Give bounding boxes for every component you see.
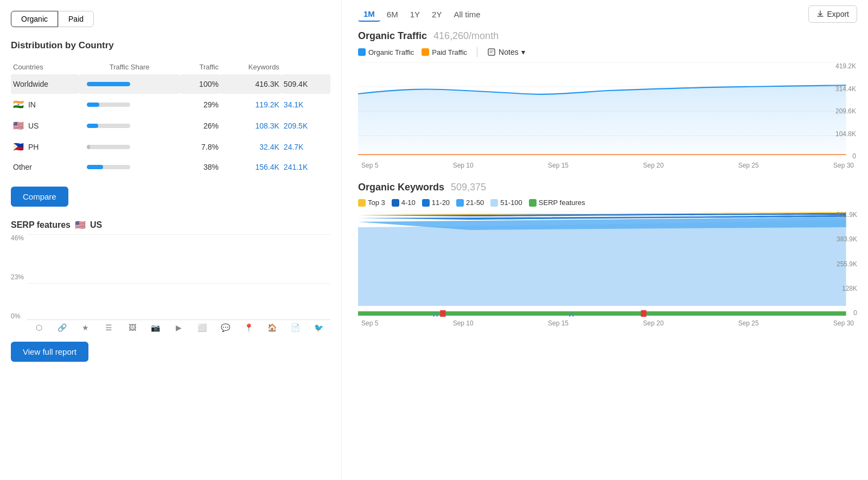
share-cell-2: 26% [180, 115, 221, 136]
serp-flag: 🇺🇸 [75, 220, 86, 230]
keywords-legend-row: Top 34-1011-2021-5051-100SERP features [358, 199, 857, 207]
keywords-cell-1: 34.1K [282, 94, 330, 115]
traffic-cell-1: 119.2K [221, 94, 282, 115]
kw-legend-label-3: 21-50 [466, 199, 484, 207]
bar-fill-4 [87, 165, 103, 169]
serp-icon-3: ☰ [97, 323, 120, 332]
organic-keywords-value: 509,375 [451, 182, 486, 193]
y-104: 104.8K [835, 130, 856, 138]
kw-legend-label-2: 11-20 [432, 199, 450, 207]
serp-icon-5: 📷 [144, 323, 167, 332]
serp-features-title: SERP features 🇺🇸 US [11, 220, 330, 230]
traffic-cell-4: 156.4K [221, 157, 282, 177]
organic-check [358, 48, 366, 56]
x-sep10: Sep 10 [453, 162, 474, 169]
share-cell-1: 29% [180, 94, 221, 115]
export-label: Export [827, 10, 849, 18]
country-name-0: Worldwide [11, 74, 79, 94]
y-419: 419.2K [835, 62, 856, 70]
svg-text:G: G [569, 312, 574, 317]
traffic-chart: 419.2K 314.4K 209.6K 104.8K 0 [358, 62, 857, 176]
keywords-chart: 511.9K 383.9K 255.9K 128K 0 [358, 211, 857, 336]
svg-text:G: G [433, 312, 438, 317]
kw-legend-color-2 [422, 199, 430, 207]
svg-rect-11 [440, 310, 445, 317]
x-sep20: Sep 20 [643, 162, 663, 169]
time-filter-1y[interactable]: 1Y [405, 8, 425, 21]
tab-row: Organic Paid [11, 11, 330, 27]
kw-legend-label-0: Top 3 [368, 199, 385, 207]
serp-icon-9: 📍 [237, 323, 260, 332]
kwy-511: 511.9K [837, 211, 857, 219]
legend-paid: Paid Traffic [422, 48, 467, 56]
time-filter-all-time[interactable]: All time [448, 8, 486, 21]
time-filter-1m[interactable]: 1M [358, 7, 380, 22]
kw-legend-label-1: 4-10 [401, 199, 416, 207]
x-sep25: Sep 25 [738, 162, 759, 169]
kw-legend-item-5: SERP features [529, 199, 585, 207]
country-label-4: Other [13, 163, 32, 171]
serp-bars-container [27, 234, 330, 320]
organic-traffic-header: Organic Traffic 416,260/month [358, 30, 857, 42]
serp-icon-8: 💬 [214, 323, 237, 332]
kwy-128: 128K [837, 285, 857, 292]
keywords-cell-2: 209.5K [282, 115, 330, 136]
kw-legend-item-2: 11-20 [422, 199, 450, 207]
serp-icon-1: 🔗 [50, 323, 74, 332]
serp-y-23: 23% [11, 273, 24, 281]
country-name-1: 🇮🇳 IN [11, 94, 79, 115]
compare-button[interactable]: Compare [11, 187, 68, 207]
keywords-cell-0: 509.4K [282, 74, 330, 94]
serp-icon-12: 🐦 [307, 323, 330, 332]
organic-traffic-value: 416,260/month [433, 30, 499, 42]
kwx-sep25: Sep 25 [738, 319, 759, 327]
organic-keywords-header: Organic Keywords 509,375 [358, 182, 857, 193]
paid-label: Paid Traffic [432, 48, 467, 56]
export-button[interactable]: Export [808, 5, 857, 23]
serp-icon-2: ★ [74, 323, 97, 332]
distribution-title: Distribution by Country [11, 40, 330, 51]
svg-rect-0 [488, 49, 495, 55]
country-name-2: 🇺🇸 US [11, 115, 79, 136]
organic-traffic-title: Organic Traffic [358, 30, 427, 42]
kwx-sep20: Sep 20 [643, 319, 663, 327]
serp-title-text: SERP features [11, 220, 71, 230]
kwx-sep15: Sep 15 [548, 319, 569, 327]
time-filter-2y[interactable]: 2Y [426, 8, 447, 21]
country-name-4: Other [11, 157, 79, 177]
bar-cell-1 [79, 94, 180, 115]
kw-legend-color-1 [392, 199, 399, 207]
kwy-255: 255.9K [837, 260, 857, 268]
traffic-cell-2: 108.3K [221, 115, 282, 136]
col-traffic-share: Traffic Share [79, 60, 180, 74]
tab-paid[interactable]: Paid [58, 11, 94, 27]
serp-icon-4: 🖼 [120, 323, 144, 332]
svg-rect-12 [641, 310, 646, 317]
traffic-y-labels: 419.2K 314.4K 209.6K 104.8K 0 [835, 62, 857, 160]
serp-country: US [90, 220, 102, 230]
kw-legend-color-4 [490, 199, 498, 207]
view-full-report-button[interactable]: View full report [11, 342, 88, 362]
notes-button[interactable]: Notes ▾ [487, 48, 525, 56]
time-filter-6m[interactable]: 6M [381, 8, 404, 21]
time-filter-row: 1M6M1Y2YAll time [358, 7, 486, 22]
serp-icon-6: ▶ [167, 323, 190, 332]
paid-check [422, 48, 429, 56]
notes-chevron: ▾ [521, 48, 525, 56]
traffic-cell-0: 416.3K [221, 74, 282, 94]
kw-legend-item-4: 51-100 [490, 199, 522, 207]
serp-icon-7: ⬜ [190, 323, 214, 332]
kw-legend-color-3 [456, 199, 464, 207]
traffic-cell-3: 32.4K [221, 136, 282, 157]
tab-organic[interactable]: Organic [11, 11, 58, 27]
notes-label: Notes [499, 48, 519, 56]
organic-label: Organic Traffic [368, 48, 414, 56]
y-314: 314.4K [835, 85, 856, 93]
legend-organic: Organic Traffic [358, 48, 414, 56]
kw-legend-color-5 [529, 199, 537, 207]
x-sep30: Sep 30 [833, 162, 854, 169]
bar-cell-3 [79, 136, 180, 157]
kwx-sep30: Sep 30 [833, 319, 854, 327]
kwx-sep10: Sep 10 [453, 319, 474, 327]
country-table: Countries Traffic Share Traffic Keywords… [11, 60, 330, 177]
